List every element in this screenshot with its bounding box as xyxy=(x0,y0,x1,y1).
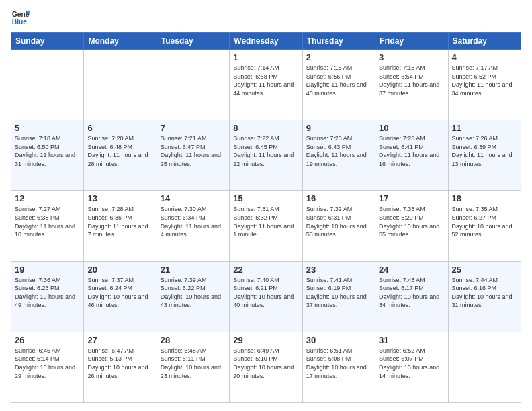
cell-info: Sunrise: 7:44 AMSunset: 6:16 PMDaylight:… xyxy=(452,276,517,310)
cell-info: Sunrise: 7:39 AMSunset: 6:22 PMDaylight:… xyxy=(161,276,226,310)
day-number: 1 xyxy=(233,52,298,62)
calendar-cell: 9Sunrise: 7:23 AMSunset: 6:43 PMDaylight… xyxy=(302,120,375,191)
day-number: 24 xyxy=(379,265,444,275)
day-number: 17 xyxy=(379,193,444,203)
day-number: 20 xyxy=(87,265,152,275)
cell-info: Sunrise: 7:14 AMSunset: 6:58 PMDaylight:… xyxy=(233,64,298,97)
day-number: 5 xyxy=(15,123,80,133)
day-number: 8 xyxy=(233,123,298,133)
calendar-cell: 19Sunrise: 7:36 AMSunset: 6:26 PMDayligh… xyxy=(11,261,84,332)
page: General Blue SundayMondayTuesdayWednesda… xyxy=(0,0,532,411)
calendar-cell: 23Sunrise: 7:41 AMSunset: 6:19 PMDayligh… xyxy=(302,261,375,332)
calendar-cell: 11Sunrise: 7:26 AMSunset: 6:39 PMDayligh… xyxy=(448,120,521,191)
week-row-3: 12Sunrise: 7:27 AMSunset: 6:38 PMDayligh… xyxy=(11,191,521,261)
cell-info: Sunrise: 7:36 AMSunset: 6:26 PMDaylight:… xyxy=(15,276,80,310)
calendar-cell: 2Sunrise: 7:15 AMSunset: 6:56 PMDaylight… xyxy=(302,50,375,120)
calendar-cell: 30Sunrise: 6:51 AMSunset: 5:08 PMDayligh… xyxy=(302,332,375,402)
cell-info: Sunrise: 7:26 AMSunset: 6:39 PMDaylight:… xyxy=(452,134,517,168)
weekday-header-friday: Friday xyxy=(375,33,448,50)
day-number: 29 xyxy=(233,335,298,345)
cell-info: Sunrise: 7:17 AMSunset: 6:52 PMDaylight:… xyxy=(452,64,517,97)
weekday-header-thursday: Thursday xyxy=(302,33,375,50)
calendar-cell xyxy=(11,50,84,120)
weekday-header-saturday: Saturday xyxy=(448,33,521,50)
cell-info: Sunrise: 7:30 AMSunset: 6:34 PMDaylight:… xyxy=(161,205,226,238)
calendar-cell: 24Sunrise: 7:43 AMSunset: 6:17 PMDayligh… xyxy=(375,261,448,332)
cell-info: Sunrise: 7:21 AMSunset: 6:47 PMDaylight:… xyxy=(161,134,226,168)
day-number: 14 xyxy=(161,193,226,203)
cell-info: Sunrise: 7:37 AMSunset: 6:24 PMDaylight:… xyxy=(87,276,152,310)
day-number: 27 xyxy=(87,335,152,345)
calendar-cell: 12Sunrise: 7:27 AMSunset: 6:38 PMDayligh… xyxy=(11,191,84,261)
cell-info: Sunrise: 6:49 AMSunset: 5:10 PMDaylight:… xyxy=(233,347,298,380)
weekday-header-wednesday: Wednesday xyxy=(230,33,302,50)
logo: General Blue xyxy=(11,8,32,27)
weekday-header-monday: Monday xyxy=(84,33,157,50)
calendar-cell: 27Sunrise: 6:47 AMSunset: 5:13 PMDayligh… xyxy=(84,332,157,402)
week-row-5: 26Sunrise: 6:45 AMSunset: 5:14 PMDayligh… xyxy=(11,332,521,402)
day-number: 19 xyxy=(15,265,80,275)
day-number: 22 xyxy=(233,265,298,275)
day-number: 6 xyxy=(87,123,152,133)
day-number: 2 xyxy=(306,52,371,62)
calendar-cell: 21Sunrise: 7:39 AMSunset: 6:22 PMDayligh… xyxy=(157,261,229,332)
cell-info: Sunrise: 6:48 AMSunset: 5:11 PMDaylight:… xyxy=(161,347,226,380)
day-number: 3 xyxy=(379,52,444,62)
day-number: 31 xyxy=(379,335,444,345)
weekday-header-tuesday: Tuesday xyxy=(157,33,229,50)
calendar-cell: 13Sunrise: 7:28 AMSunset: 6:36 PMDayligh… xyxy=(84,191,157,261)
calendar-cell: 17Sunrise: 7:33 AMSunset: 6:29 PMDayligh… xyxy=(375,191,448,261)
calendar-cell xyxy=(84,50,157,120)
day-number: 28 xyxy=(161,335,226,345)
cell-info: Sunrise: 7:31 AMSunset: 6:32 PMDaylight:… xyxy=(233,205,298,238)
day-number: 16 xyxy=(306,193,371,203)
week-row-1: 1Sunrise: 7:14 AMSunset: 6:58 PMDaylight… xyxy=(11,50,521,120)
calendar-cell: 7Sunrise: 7:21 AMSunset: 6:47 PMDaylight… xyxy=(157,120,229,191)
calendar-cell: 16Sunrise: 7:32 AMSunset: 6:31 PMDayligh… xyxy=(302,191,375,261)
day-number: 15 xyxy=(233,193,298,203)
calendar-cell: 3Sunrise: 7:16 AMSunset: 6:54 PMDaylight… xyxy=(375,50,448,120)
cell-info: Sunrise: 7:28 AMSunset: 6:36 PMDaylight:… xyxy=(87,205,152,238)
week-row-2: 5Sunrise: 7:18 AMSunset: 6:50 PMDaylight… xyxy=(11,120,521,191)
cell-info: Sunrise: 7:15 AMSunset: 6:56 PMDaylight:… xyxy=(306,64,371,97)
cell-info: Sunrise: 7:16 AMSunset: 6:54 PMDaylight:… xyxy=(379,64,444,97)
day-number: 10 xyxy=(379,123,444,133)
cell-info: Sunrise: 7:18 AMSunset: 6:50 PMDaylight:… xyxy=(15,134,80,168)
calendar-cell: 22Sunrise: 7:40 AMSunset: 6:21 PMDayligh… xyxy=(230,261,302,332)
calendar-cell: 6Sunrise: 7:20 AMSunset: 6:48 PMDaylight… xyxy=(84,120,157,191)
calendar-cell: 18Sunrise: 7:35 AMSunset: 6:27 PMDayligh… xyxy=(448,191,521,261)
calendar-cell: 20Sunrise: 7:37 AMSunset: 6:24 PMDayligh… xyxy=(84,261,157,332)
day-number: 12 xyxy=(15,193,80,203)
cell-info: Sunrise: 7:22 AMSunset: 6:45 PMDaylight:… xyxy=(233,134,298,168)
calendar-cell: 29Sunrise: 6:49 AMSunset: 5:10 PMDayligh… xyxy=(230,332,302,402)
calendar-cell: 31Sunrise: 6:52 AMSunset: 5:07 PMDayligh… xyxy=(375,332,448,402)
calendar-cell: 5Sunrise: 7:18 AMSunset: 6:50 PMDaylight… xyxy=(11,120,84,191)
cell-info: Sunrise: 7:27 AMSunset: 6:38 PMDaylight:… xyxy=(15,205,80,238)
calendar-cell: 1Sunrise: 7:14 AMSunset: 6:58 PMDaylight… xyxy=(230,50,302,120)
calendar-table: SundayMondayTuesdayWednesdayThursdayFrid… xyxy=(11,32,521,403)
cell-info: Sunrise: 7:40 AMSunset: 6:21 PMDaylight:… xyxy=(233,276,298,310)
cell-info: Sunrise: 6:52 AMSunset: 5:07 PMDaylight:… xyxy=(379,347,444,380)
cell-info: Sunrise: 7:41 AMSunset: 6:19 PMDaylight:… xyxy=(306,276,371,310)
cell-info: Sunrise: 6:51 AMSunset: 5:08 PMDaylight:… xyxy=(306,347,371,380)
weekday-header-sunday: Sunday xyxy=(11,33,84,50)
day-number: 9 xyxy=(306,123,371,133)
cell-info: Sunrise: 6:45 AMSunset: 5:14 PMDaylight:… xyxy=(15,347,80,380)
weekday-header-row: SundayMondayTuesdayWednesdayThursdayFrid… xyxy=(11,33,521,50)
cell-info: Sunrise: 7:33 AMSunset: 6:29 PMDaylight:… xyxy=(379,205,444,238)
cell-info: Sunrise: 7:35 AMSunset: 6:27 PMDaylight:… xyxy=(452,205,517,238)
cell-info: Sunrise: 7:23 AMSunset: 6:43 PMDaylight:… xyxy=(306,134,371,168)
day-number: 7 xyxy=(161,123,226,133)
calendar-cell: 4Sunrise: 7:17 AMSunset: 6:52 PMDaylight… xyxy=(448,50,521,120)
cell-info: Sunrise: 7:32 AMSunset: 6:31 PMDaylight:… xyxy=(306,205,371,238)
day-number: 11 xyxy=(452,123,517,133)
calendar-cell: 28Sunrise: 6:48 AMSunset: 5:11 PMDayligh… xyxy=(157,332,229,402)
calendar-cell: 14Sunrise: 7:30 AMSunset: 6:34 PMDayligh… xyxy=(157,191,229,261)
day-number: 4 xyxy=(452,52,517,62)
day-number: 30 xyxy=(306,335,371,345)
calendar-cell: 26Sunrise: 6:45 AMSunset: 5:14 PMDayligh… xyxy=(11,332,84,402)
day-number: 18 xyxy=(452,193,517,203)
calendar-cell: 8Sunrise: 7:22 AMSunset: 6:45 PMDaylight… xyxy=(230,120,302,191)
day-number: 25 xyxy=(452,265,517,275)
cell-info: Sunrise: 7:25 AMSunset: 6:41 PMDaylight:… xyxy=(379,134,444,168)
